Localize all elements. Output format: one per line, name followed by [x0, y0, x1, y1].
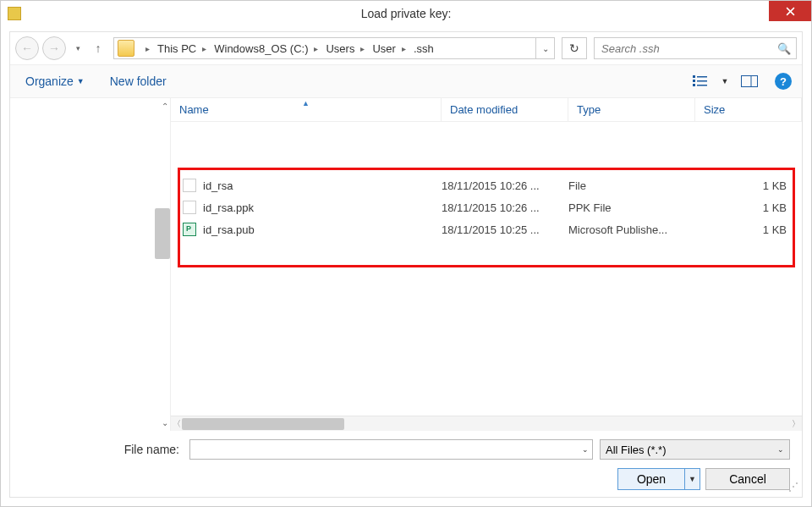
- svg-rect-7: [697, 85, 707, 86]
- search-input[interactable]: [595, 42, 796, 55]
- open-button-group: Open ▼: [617, 468, 700, 490]
- scroll-right-icon[interactable]: 〉: [792, 418, 800, 430]
- file-size: 1 KB: [695, 223, 802, 236]
- cancel-button[interactable]: Cancel: [705, 468, 790, 490]
- publisher-file-icon: [183, 223, 196, 236]
- chevron-right-icon: ▸: [196, 44, 211, 53]
- help-button[interactable]: ?: [775, 73, 792, 90]
- file-date: 18/11/2015 10:26 ...: [442, 179, 568, 192]
- breadcrumb-this-pc[interactable]: This PC▸: [156, 38, 212, 58]
- chevron-down-icon: ▼: [77, 77, 85, 85]
- button-row: Open ▼ Cancel: [22, 468, 790, 490]
- scroll-down-icon[interactable]: ⌄: [162, 418, 168, 427]
- chevron-down-icon[interactable]: ⌄: [582, 445, 589, 454]
- close-button[interactable]: [769, 1, 811, 21]
- file-icon: [183, 201, 196, 214]
- view-mode-button[interactable]: [689, 71, 712, 91]
- folder-icon: [118, 40, 134, 57]
- window-title: Load private key:: [361, 7, 452, 20]
- chevron-down-icon: ⌄: [777, 445, 784, 454]
- app-icon: [8, 7, 21, 20]
- resize-grip[interactable]: ⋰: [788, 484, 798, 494]
- organize-button[interactable]: Organize▼: [20, 73, 90, 90]
- file-row[interactable]: id_rsa.pub 18/11/2015 10:25 ... Microsof…: [171, 218, 802, 240]
- file-size: 1 KB: [695, 201, 802, 214]
- file-type: File: [568, 179, 695, 192]
- bottom-bar: File name: ⌄ All Files (*.*) ⌄ Open ▼ Ca…: [10, 431, 802, 497]
- search-icon[interactable]: 🔍: [777, 42, 791, 55]
- breadcrumb-user[interactable]: User▸: [370, 38, 411, 58]
- title-bar: Load private key:: [1, 1, 811, 26]
- chevron-right-icon: ▸: [140, 44, 154, 53]
- svg-rect-4: [693, 84, 695, 86]
- filename-input[interactable]: ⌄: [189, 439, 593, 460]
- file-type: Microsoft Publishe...: [568, 223, 695, 236]
- toolbar: Organize▼ New folder ▼ ?: [10, 64, 802, 98]
- svg-rect-6: [697, 80, 707, 82]
- column-size[interactable]: Size: [695, 98, 802, 121]
- chevron-right-icon: ▸: [308, 44, 322, 53]
- file-size: 1 KB: [695, 179, 802, 192]
- file-name: id_rsa.ppk: [203, 201, 442, 214]
- file-date: 18/11/2015 10:25 ...: [442, 223, 568, 236]
- vertical-scroll-thumb[interactable]: [155, 208, 170, 259]
- svg-rect-8: [742, 76, 758, 87]
- file-icon: [183, 179, 196, 192]
- sort-asc-icon: ▲: [302, 99, 310, 107]
- filename-row: File name: ⌄ All Files (*.*) ⌄: [22, 439, 790, 460]
- file-name: id_rsa.pub: [203, 223, 442, 236]
- scroll-up-icon[interactable]: ⌃: [162, 102, 168, 111]
- column-headers: Name▲ Date modified Type Size: [171, 98, 802, 122]
- preview-pane-button[interactable]: [738, 71, 761, 91]
- file-type: PPK File: [568, 201, 695, 214]
- breadcrumb-ssh[interactable]: .ssh: [412, 38, 436, 58]
- navigation-row: ← → ▾ ↑ ▸ This PC▸ Windows8_OS (C:)▸ Use…: [10, 32, 802, 61]
- open-button[interactable]: Open: [617, 468, 685, 490]
- file-row[interactable]: id_rsa 18/11/2015 10:26 ... File 1 KB: [171, 174, 802, 196]
- back-button[interactable]: ←: [15, 36, 39, 60]
- address-dropdown[interactable]: ⌄: [535, 38, 554, 58]
- file-dialog-window: Load private key: ← → ▾ ↑ ▸ This PC▸ Win…: [0, 0, 812, 507]
- file-name: id_rsa: [203, 179, 442, 192]
- forward-button[interactable]: →: [42, 36, 66, 60]
- chevron-right-icon: ▸: [396, 44, 410, 53]
- svg-rect-3: [693, 80, 695, 82]
- search-box[interactable]: 🔍: [594, 37, 797, 59]
- up-button[interactable]: ↑: [90, 36, 107, 60]
- address-bar[interactable]: ▸ This PC▸ Windows8_OS (C:)▸ Users▸ User…: [113, 37, 555, 59]
- dialog-content: ← → ▾ ↑ ▸ This PC▸ Windows8_OS (C:)▸ Use…: [9, 31, 803, 498]
- refresh-button[interactable]: ↻: [562, 37, 587, 59]
- horizontal-scrollbar[interactable]: 〈 〉: [171, 416, 802, 431]
- chevron-right-icon: ▸: [354, 44, 369, 53]
- file-date: 18/11/2015 10:26 ...: [442, 201, 568, 214]
- breadcrumb-sep: ▸: [138, 38, 156, 58]
- open-button-dropdown[interactable]: ▼: [685, 468, 700, 490]
- column-date[interactable]: Date modified: [442, 98, 568, 121]
- new-folder-button[interactable]: New folder: [105, 73, 172, 90]
- filter-label: All Files (*.*): [606, 444, 667, 456]
- view-mode-dropdown[interactable]: ▼: [717, 71, 732, 91]
- column-name[interactable]: Name▲: [171, 98, 442, 121]
- filename-label: File name:: [22, 443, 183, 456]
- column-type[interactable]: Type: [568, 98, 695, 121]
- file-row[interactable]: id_rsa.ppk 18/11/2015 10:26 ... PPK File…: [171, 196, 802, 218]
- main-area: ⌃ ⌄ Name▲ Date modified Type Size id_rsa: [10, 98, 802, 431]
- svg-rect-5: [697, 76, 707, 78]
- scroll-left-icon[interactable]: 〈: [173, 418, 181, 430]
- file-list: id_rsa 18/11/2015 10:26 ... File 1 KB id…: [171, 122, 802, 416]
- file-type-filter[interactable]: All Files (*.*) ⌄: [600, 439, 790, 460]
- breadcrumb-drive[interactable]: Windows8_OS (C:)▸: [212, 38, 324, 58]
- file-list-area: Name▲ Date modified Type Size id_rsa 18/…: [171, 98, 802, 431]
- horizontal-scroll-thumb[interactable]: [182, 418, 344, 430]
- svg-rect-2: [693, 75, 695, 78]
- recent-dropdown[interactable]: ▾: [69, 36, 86, 60]
- view-controls: ▼ ?: [689, 71, 792, 91]
- breadcrumb-users[interactable]: Users▸: [324, 38, 370, 58]
- navigation-pane[interactable]: ⌃ ⌄: [10, 98, 171, 431]
